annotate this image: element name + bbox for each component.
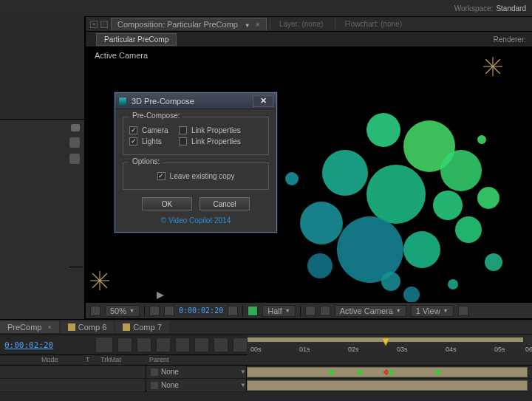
tool-icon[interactable] <box>69 154 80 164</box>
layer-tab[interactable]: Layer: (none) <box>270 18 332 30</box>
col-parent: Parent <box>145 355 245 365</box>
resolution-dropdown[interactable]: Half▼ <box>262 305 296 317</box>
comp-subtab[interactable]: Particular PreComp <box>96 33 177 46</box>
composition-tab[interactable]: Composition: Particular PreComp ▼ × <box>111 18 267 30</box>
camera-label: Camera <box>142 126 174 134</box>
footer-icon[interactable] <box>149 306 160 316</box>
options-legend: Options: <box>129 157 163 165</box>
ok-button[interactable]: OK <box>142 197 192 210</box>
precompose-dialog: 3D Pre-Compose ✕ Pre-Compose: Camera Lin… <box>115 92 277 233</box>
parent-dropdown[interactable]: None <box>161 368 237 376</box>
active-camera-label: Active Camera <box>95 51 148 60</box>
link-properties-checkbox-2[interactable] <box>179 137 187 145</box>
link-properties-label-2: Link Properties <box>191 137 241 145</box>
timeline-button[interactable] <box>156 337 171 352</box>
timeline-button[interactable] <box>233 337 248 352</box>
comp-icon <box>68 323 75 331</box>
view-count-dropdown[interactable]: 1 View▼ <box>411 305 454 317</box>
current-time-indicator[interactable] <box>381 337 391 347</box>
precompose-legend: Pre-Compose: <box>129 112 183 120</box>
svg-marker-9 <box>382 338 389 346</box>
timeline-tab[interactable]: Comp 6 <box>61 321 115 333</box>
ruler-tick: 02s <box>348 346 359 353</box>
pickwhip-icon[interactable] <box>151 369 158 376</box>
viewer-footer: 50%▼ 0:00:02:20 Half▼ Active Camera▼ 1 V… <box>86 302 532 318</box>
layer-row[interactable]: None ▼ <box>0 366 532 379</box>
dialog-title: 3D Pre-Compose <box>132 97 248 106</box>
camera-icon[interactable] <box>228 306 238 316</box>
comp-icon <box>123 323 130 331</box>
workspace-dropdown[interactable]: Standard <box>496 4 526 13</box>
view-mode-dropdown[interactable]: Active Camera▼ <box>335 305 406 317</box>
footer-icon[interactable] <box>164 306 174 316</box>
time-ruler[interactable]: 00s 01s 02s 03s 04s 05s 06 <box>248 335 532 356</box>
flowchart-tab[interactable]: Flowchart: (none) <box>335 18 411 30</box>
chevron-down-icon[interactable]: ▼ <box>245 22 250 29</box>
ruler-tick: 04s <box>446 346 457 353</box>
footer-icon[interactable] <box>248 306 258 316</box>
ruler-tick: 03s <box>397 346 408 353</box>
timeline-panel: PreComp× Comp 6 Comp 7 0:00:02:20 00s 01… <box>0 319 532 401</box>
lights-checkbox[interactable] <box>129 137 137 145</box>
dialog-icon <box>118 97 127 106</box>
cancel-button[interactable]: Cancel <box>200 197 250 210</box>
link-properties-checkbox[interactable] <box>179 126 187 134</box>
left-panel <box>0 16 85 319</box>
timecode-display[interactable]: 0:00:02:20 <box>179 306 223 315</box>
ruler-tick: 06 <box>525 346 532 353</box>
timeline-button[interactable] <box>175 337 190 352</box>
play-icon[interactable] <box>154 289 167 302</box>
close-button[interactable]: ✕ <box>253 95 273 107</box>
comp-icon <box>100 21 108 28</box>
timeline-tab[interactable]: Comp 7 <box>115 321 169 333</box>
col-trkmat: TrkMat <box>96 355 145 365</box>
tool-icon[interactable] <box>71 124 80 131</box>
col-t: T <box>81 355 96 365</box>
zoom-dropdown[interactable]: 50%▼ <box>105 305 140 317</box>
particle-preview <box>256 106 499 302</box>
parent-dropdown[interactable]: None <box>161 381 237 389</box>
camera-checkbox[interactable] <box>129 126 137 134</box>
leave-existing-checkbox[interactable] <box>157 172 166 180</box>
lights-label: Lights <box>142 137 174 145</box>
tab-comp-name: Particular PreComp <box>167 20 238 29</box>
timeline-button[interactable] <box>95 337 113 353</box>
timeline-button[interactable] <box>214 337 228 352</box>
svg-marker-8 <box>157 292 164 299</box>
layer-row[interactable]: None ▼ <box>0 379 532 392</box>
timeline-tab[interactable]: PreComp× <box>0 321 59 333</box>
timeline-button[interactable] <box>137 337 151 352</box>
timeline-timecode[interactable]: 0:00:02:20 <box>4 340 53 350</box>
footer-icon[interactable] <box>320 306 330 316</box>
ruler-tick: 05s <box>494 346 505 353</box>
grid-icon[interactable] <box>90 306 100 316</box>
lens-flare-icon <box>483 57 502 76</box>
footer-icon[interactable] <box>458 306 468 316</box>
footer-icon[interactable] <box>305 306 316 316</box>
link-properties-label: Link Properties <box>191 126 241 134</box>
tab-prefix: Composition: <box>117 20 165 29</box>
ruler-tick: 01s <box>299 346 310 353</box>
panel-close-icon[interactable]: × <box>90 21 98 28</box>
col-mode: Mode <box>37 355 81 365</box>
workspace-label: Workspace: <box>454 4 494 13</box>
copyright-label: © Video Copilot 2014 <box>123 215 269 227</box>
pickwhip-icon[interactable] <box>151 382 158 389</box>
lens-flare-icon <box>90 271 109 290</box>
tool-icon[interactable] <box>69 137 80 148</box>
timeline-button[interactable] <box>117 337 132 352</box>
leave-existing-label: Leave existing copy <box>170 172 235 180</box>
timeline-button[interactable] <box>194 337 209 352</box>
renderer-label[interactable]: Renderer: <box>494 35 526 44</box>
ruler-tick: 00s <box>250 346 262 353</box>
